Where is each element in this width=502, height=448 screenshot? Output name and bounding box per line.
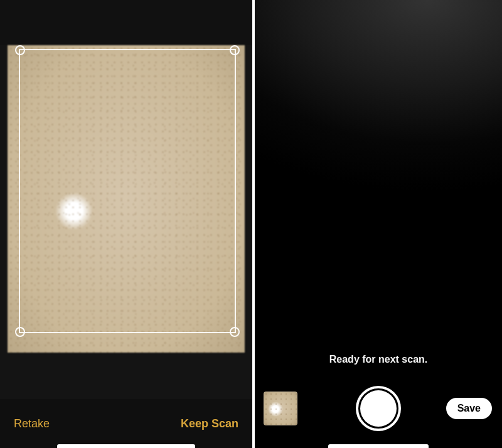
retake-button[interactable]: Retake <box>14 417 50 430</box>
bottom-toolbar-left: Retake Keep Scan <box>0 399 252 448</box>
shutter-icon <box>360 390 397 427</box>
status-text: Ready for next scan. <box>255 354 502 365</box>
home-indicator[interactable] <box>328 444 429 448</box>
camera-bottom-bar: Save <box>255 380 502 437</box>
camera-pane: Ready for next scan. Save <box>255 0 502 448</box>
crop-handle-bottom-right[interactable] <box>230 327 240 337</box>
shutter-button[interactable] <box>356 386 401 431</box>
crop-handle-top-right[interactable] <box>230 45 240 55</box>
home-indicator[interactable] <box>57 444 195 448</box>
top-bar-left <box>0 0 252 45</box>
save-button[interactable]: Save <box>446 398 492 419</box>
crop-rectangle[interactable] <box>19 49 236 333</box>
keep-scan-button[interactable]: Keep Scan <box>181 417 238 430</box>
crop-handle-top-left[interactable] <box>15 45 25 55</box>
scan-review-pane: Retake Keep Scan <box>0 0 252 448</box>
crop-handle-bottom-left[interactable] <box>15 327 25 337</box>
scan-thumbnail[interactable] <box>264 392 297 425</box>
